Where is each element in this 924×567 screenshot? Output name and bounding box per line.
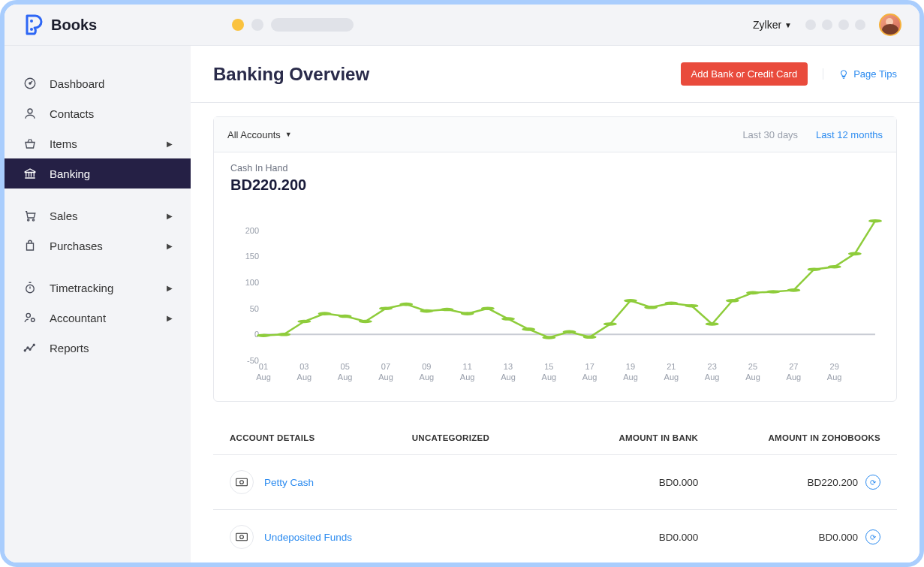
stopwatch-icon bbox=[23, 281, 38, 294]
svg-point-27 bbox=[501, 317, 515, 321]
x-tick: 23Aug bbox=[705, 362, 720, 383]
account-filter-dropdown[interactable]: All Accounts ▼ bbox=[227, 129, 292, 140]
range-tab-30days[interactable]: Last 30 days bbox=[742, 129, 798, 140]
svg-point-44 bbox=[848, 252, 862, 256]
books-logo-icon bbox=[23, 14, 44, 35]
svg-point-49 bbox=[240, 535, 244, 539]
x-tick: 13Aug bbox=[501, 362, 516, 383]
cell-amount-bank: BD0.000 bbox=[555, 477, 698, 488]
y-tick: 150 bbox=[245, 252, 259, 261]
add-bank-button[interactable]: Add Bank or Credit Card bbox=[681, 62, 808, 86]
svg-point-18 bbox=[318, 312, 332, 315]
x-tick: 21Aug bbox=[664, 362, 679, 383]
person-cog-icon bbox=[23, 311, 38, 324]
app-name: Books bbox=[51, 17, 97, 34]
page-tips-link[interactable]: Page Tips bbox=[823, 68, 897, 80]
svg-point-23 bbox=[420, 309, 433, 313]
sidebar-item-label: Accountant bbox=[50, 312, 106, 324]
main-content: Banking Overview Add Bank or Credit Card… bbox=[191, 46, 919, 562]
svg-point-43 bbox=[828, 265, 841, 269]
table-row: Undeposited FundsBD0.000BD0.000⟳ bbox=[213, 510, 897, 562]
svg-point-42 bbox=[808, 267, 821, 271]
sidebar-item-dashboard[interactable]: Dashboard bbox=[5, 68, 191, 98]
svg-point-11 bbox=[27, 347, 29, 348]
topbar-placeholder-dots bbox=[232, 18, 354, 32]
chevron-right-icon: ▶ bbox=[167, 314, 173, 322]
chevron-right-icon: ▶ bbox=[167, 284, 173, 292]
sidebar-item-label: Sales bbox=[50, 210, 78, 222]
svg-point-20 bbox=[359, 320, 372, 324]
svg-point-9 bbox=[32, 318, 35, 322]
lightbulb-icon bbox=[838, 69, 849, 80]
svg-point-29 bbox=[542, 336, 555, 339]
topbar: Books Zylker ▼ bbox=[5, 5, 919, 46]
svg-rect-48 bbox=[236, 533, 248, 540]
svg-point-31 bbox=[583, 336, 597, 339]
sidebar-item-label: Reports bbox=[50, 342, 89, 354]
sidebar-item-purchases[interactable]: Purchases▶ bbox=[5, 231, 191, 261]
user-avatar[interactable] bbox=[879, 14, 901, 36]
y-tick: 100 bbox=[245, 278, 259, 287]
trend-icon bbox=[23, 341, 38, 354]
svg-point-4 bbox=[28, 109, 32, 113]
svg-point-35 bbox=[664, 301, 678, 305]
refresh-icon[interactable]: ⟳ bbox=[865, 529, 880, 544]
bank-icon bbox=[23, 167, 38, 180]
chevron-right-icon: ▶ bbox=[167, 242, 173, 250]
svg-point-38 bbox=[726, 299, 739, 303]
x-tick: 15Aug bbox=[542, 362, 557, 383]
svg-point-8 bbox=[26, 313, 30, 317]
svg-point-40 bbox=[766, 290, 780, 294]
sidebar-item-label: Purchases bbox=[50, 240, 103, 252]
sidebar-item-items[interactable]: Items▶ bbox=[5, 128, 191, 158]
page-header: Banking Overview Add Bank or Credit Card… bbox=[191, 46, 919, 103]
svg-point-26 bbox=[481, 306, 495, 310]
sidebar-item-contacts[interactable]: Contacts bbox=[5, 98, 191, 128]
range-tab-12months[interactable]: Last 12 months bbox=[816, 129, 883, 140]
svg-point-19 bbox=[339, 315, 352, 318]
svg-point-22 bbox=[399, 303, 413, 306]
bag-icon bbox=[23, 239, 38, 252]
x-tick: 07Aug bbox=[378, 362, 393, 383]
sidebar-item-timetracking[interactable]: Timetracking▶ bbox=[5, 273, 191, 303]
app-logo[interactable]: Books bbox=[23, 14, 97, 35]
svg-point-5 bbox=[28, 219, 29, 221]
th-account: ACCOUNT DETAILS bbox=[230, 433, 412, 442]
sidebar-item-label: Items bbox=[50, 137, 77, 150]
chevron-right-icon: ▶ bbox=[167, 212, 173, 220]
x-tick: 11Aug bbox=[460, 362, 475, 383]
sidebar-item-sales[interactable]: Sales▶ bbox=[5, 201, 191, 231]
sidebar-item-reports[interactable]: Reports bbox=[5, 333, 191, 363]
refresh-icon[interactable]: ⟳ bbox=[865, 475, 880, 490]
svg-point-34 bbox=[644, 306, 658, 309]
x-tick: 19Aug bbox=[623, 362, 638, 383]
x-tick: 05Aug bbox=[338, 362, 353, 383]
sidebar-item-label: Timetracking bbox=[50, 282, 113, 294]
svg-point-1 bbox=[30, 28, 33, 31]
svg-point-45 bbox=[868, 219, 882, 223]
account-link[interactable]: Undeposited Funds bbox=[264, 532, 352, 543]
sidebar-item-banking[interactable]: Banking bbox=[5, 158, 191, 188]
x-tick: 09Aug bbox=[420, 362, 435, 383]
svg-point-30 bbox=[563, 330, 576, 334]
cell-amount-bank: BD0.000 bbox=[555, 532, 698, 543]
svg-point-25 bbox=[461, 312, 474, 315]
sidebar-item-label: Banking bbox=[50, 167, 90, 180]
x-tick: 27Aug bbox=[787, 362, 802, 383]
th-amount-bank: AMOUNT IN BANK bbox=[555, 433, 698, 442]
svg-point-28 bbox=[522, 327, 535, 331]
chevron-right-icon: ▶ bbox=[167, 140, 173, 148]
cash-value: BD220.200 bbox=[230, 176, 880, 194]
sidebar-item-accountant[interactable]: Accountant▶ bbox=[5, 303, 191, 333]
org-switcher[interactable]: Zylker ▼ bbox=[753, 19, 792, 31]
caret-down-icon: ▼ bbox=[784, 21, 792, 29]
cash-icon bbox=[230, 525, 254, 549]
sidebar-item-label: Dashboard bbox=[50, 77, 104, 90]
svg-point-15 bbox=[257, 333, 270, 337]
account-link[interactable]: Petty Cash bbox=[264, 477, 314, 488]
svg-point-32 bbox=[603, 322, 617, 326]
x-tick: 25Aug bbox=[745, 362, 760, 383]
th-uncategorized: UNCATEGORIZED bbox=[412, 433, 555, 442]
svg-point-0 bbox=[30, 20, 33, 23]
table-header: ACCOUNT DETAILS UNCATEGORIZED AMOUNT IN … bbox=[213, 421, 897, 455]
